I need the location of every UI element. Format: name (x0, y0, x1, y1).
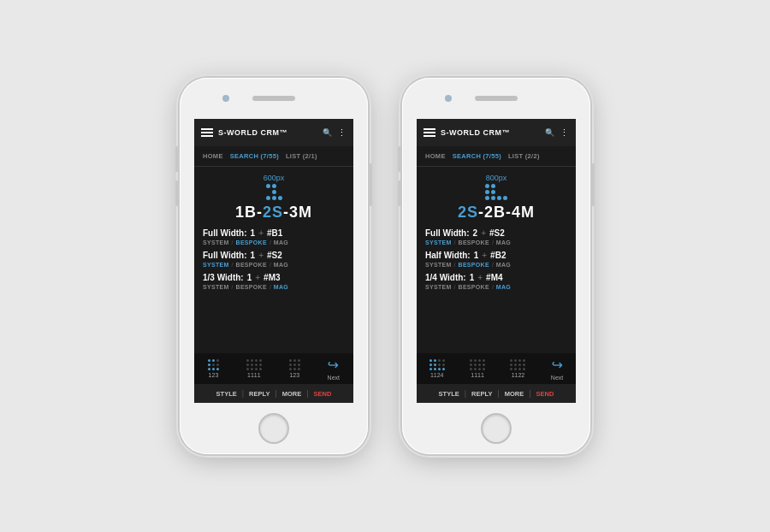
footer-item-reply[interactable]: REPLY (244, 390, 275, 398)
home-button[interactable] (481, 413, 512, 444)
phone-screen: S-WORLD CRM™🔍⋮HOME SEARCH (7/55) LIST (2… (417, 119, 576, 403)
home-button[interactable] (258, 413, 289, 444)
footer-item-send[interactable]: SEND (309, 390, 337, 398)
screen-content: 800px2S-2B-4MFull Width:2+#S2SYSTEM/BESP… (417, 167, 576, 353)
phone-2: S-WORLD CRM™🔍⋮HOME SEARCH (7/55) LIST (2… (402, 78, 590, 454)
nav-list[interactable]: LIST (2/2) (505, 152, 543, 160)
sub-item-bespoke[interactable]: BESPOKE (236, 284, 267, 290)
footer-item-style[interactable]: STYLE (434, 390, 465, 398)
row-plus: + (481, 228, 486, 238)
toolbar-item-2[interactable]: 123 (289, 359, 300, 378)
sub-sep: / (454, 239, 456, 245)
row-hash: #S2 (489, 228, 505, 238)
sub-item-mag[interactable]: MAG (274, 284, 288, 290)
footer-item-more[interactable]: MORE (500, 390, 530, 398)
sub-item-system[interactable]: SYSTEM (203, 262, 229, 268)
toolbar-item-3[interactable]: ↩Next (551, 357, 563, 381)
sub-item-mag[interactable]: MAG (496, 284, 511, 290)
nav-bar: HOME SEARCH (7/55) LIST (2/1) (194, 146, 353, 167)
sub-sep: / (270, 239, 271, 245)
toolbar-item-1[interactable]: 1111 (246, 359, 262, 378)
footer-bar: STYLE|REPLY|MORE|SEND (194, 384, 353, 403)
power-button[interactable] (369, 163, 372, 206)
sub-item-bespoke[interactable]: BESPOKE (236, 262, 267, 268)
footer-item-more[interactable]: MORE (277, 390, 307, 398)
more-icon[interactable]: ⋮ (560, 127, 569, 139)
sub-item-system[interactable]: SYSTEM (425, 262, 452, 268)
hamburger-icon[interactable] (201, 128, 213, 137)
nav-home[interactable]: HOME (199, 152, 227, 160)
sub-sep: / (232, 284, 234, 290)
sub-item-system[interactable]: SYSTEM (203, 284, 229, 290)
layout-dots-icon (425, 184, 567, 200)
toolbar-item-1[interactable]: 1111 (470, 359, 485, 378)
row-label: 1/3 Width: (203, 273, 244, 282)
volume-up-button[interactable] (175, 146, 179, 172)
volume-down-button[interactable] (175, 180, 179, 206)
sub-item-system[interactable]: SYSTEM (425, 284, 452, 290)
sub-item-system[interactable]: SYSTEM (425, 239, 452, 245)
toolbar-label: 123 (289, 372, 299, 378)
layout-name: 1B-2S-3M (203, 204, 345, 222)
row-item-0: Full Width:2+#S2SYSTEM/BESPOKE/MAG (425, 228, 567, 245)
row-plus: + (258, 251, 264, 260)
nav-bar: HOME SEARCH (7/55) LIST (2/2) (417, 146, 576, 167)
row-label: 1/4 Width: (425, 273, 466, 282)
footer-item-reply[interactable]: REPLY (466, 390, 497, 398)
footer-bar: STYLE|REPLY|MORE|SEND (417, 384, 576, 403)
row-count: 2 (473, 228, 478, 238)
hamburger-icon[interactable] (424, 128, 435, 137)
volume-down-button[interactable] (398, 180, 401, 206)
sub-item-mag[interactable]: MAG (274, 239, 288, 245)
row-item-1: Full Width:1+#S2SYSTEM/BESPOKE/MAG (203, 251, 345, 268)
sub-item-mag[interactable]: MAG (496, 262, 511, 268)
row-item-0: Full Width:1+#B1SYSTEM/BESPOKE/MAG (203, 228, 345, 245)
phones-container: S-WORLD CRM™🔍⋮HOME SEARCH (7/55) LIST (2… (180, 78, 590, 454)
sub-item-mag[interactable]: MAG (274, 262, 288, 268)
toolbar-item-0[interactable]: 1124 (429, 359, 445, 378)
row-count: 1 (247, 273, 252, 282)
toolbar-item-3[interactable]: ↩Next (328, 357, 340, 381)
toolbar-label: 123 (209, 372, 219, 378)
app-title: S-WORLD CRM™ (441, 128, 510, 137)
toolbar-item-0[interactable]: 123 (208, 359, 219, 378)
row-sub: SYSTEM/BESPOKE/MAG (425, 262, 567, 268)
nav-search[interactable]: SEARCH (7/55) (227, 152, 282, 160)
search-icon[interactable]: 🔍 (323, 128, 332, 137)
volume-up-button[interactable] (398, 146, 401, 172)
sub-item-bespoke[interactable]: BESPOKE (236, 239, 267, 245)
row-sub: SYSTEM/BESPOKE/MAG (203, 262, 345, 268)
sub-item-mag[interactable]: MAG (496, 239, 511, 245)
layout-dots-icon (203, 184, 345, 200)
layout-name: 2S-2B-4M (425, 204, 567, 222)
footer-item-send[interactable]: SEND (531, 390, 560, 398)
search-icon[interactable]: 🔍 (545, 128, 554, 137)
bottom-toolbar: 1231111123↩Next (194, 353, 353, 384)
more-icon[interactable]: ⋮ (337, 127, 346, 139)
row-plus: + (258, 228, 264, 238)
screen-content: 600px1B-2S-3MFull Width:1+#B1SYSTEM/BESP… (194, 167, 353, 353)
toolbar-label: Next (328, 375, 340, 381)
toolbar-label: 1111 (471, 372, 484, 378)
nav-search[interactable]: SEARCH (7/55) (449, 152, 505, 160)
toolbar-label: 1122 (512, 372, 525, 378)
sub-item-bespoke[interactable]: BESPOKE (459, 239, 489, 245)
sub-item-system[interactable]: SYSTEM (203, 239, 229, 245)
sub-sep: / (232, 262, 234, 268)
footer-item-style[interactable]: STYLE (211, 390, 242, 398)
row-hash: #B2 (490, 251, 506, 260)
front-camera (222, 95, 229, 102)
power-button[interactable] (591, 163, 595, 206)
row-count: 1 (470, 273, 475, 282)
next-icon: ↩ (328, 357, 339, 373)
sub-item-bespoke[interactable]: BESPOKE (459, 284, 489, 290)
row-label: Full Width: (425, 228, 470, 238)
toolbar-item-2[interactable]: 1122 (510, 359, 525, 378)
sub-sep: / (454, 262, 456, 268)
toolbar-dot-grid (429, 359, 445, 370)
sub-item-bespoke[interactable]: BESPOKE (459, 262, 489, 268)
row-count: 1 (474, 251, 479, 260)
nav-list[interactable]: LIST (2/1) (282, 152, 321, 160)
nav-home[interactable]: HOME (422, 152, 449, 160)
sub-sep: / (492, 284, 494, 290)
